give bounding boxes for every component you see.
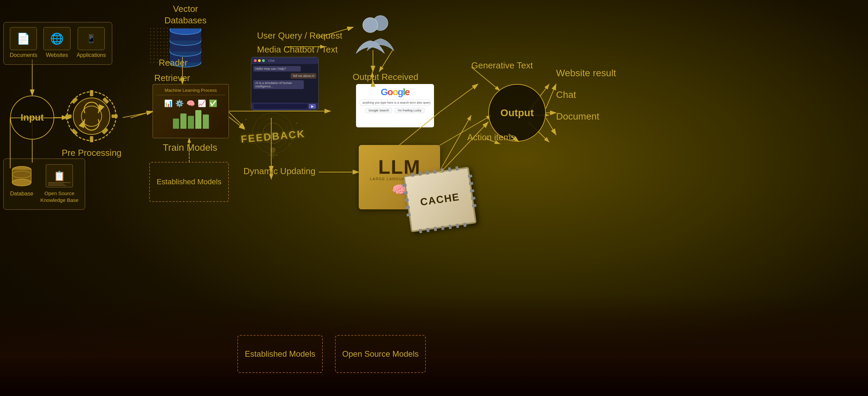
ml-icon-learning: 🧠 — [186, 99, 195, 107]
knowledge-base-source: 📋 Open SourceKnowledge Base — [40, 164, 79, 203]
svg-text:✦: ✦ — [244, 117, 248, 122]
svg-point-31 — [12, 179, 31, 186]
sources-box: 📄 Documents 🌐 Websites 📱 Applications — [3, 22, 112, 65]
feedback-node: ✦ ✦ ● ○ FEEDBACK — [241, 111, 305, 162]
google-search-button: Google Search — [366, 108, 392, 113]
knowledge-base-icon: 📋 — [54, 170, 65, 182]
applications-icon: 📱 — [86, 34, 96, 43]
bottom-established-label: Established Models — [245, 349, 315, 359]
database-icon — [10, 164, 34, 188]
user-query-label: User Query / Request — [257, 30, 342, 41]
train-models-text: Train Models — [163, 142, 217, 153]
chat-input-bar: ▶ — [251, 103, 318, 110]
ml-icon-algorithm: ⚙️ — [175, 99, 184, 107]
google-logo: Google — [381, 87, 409, 98]
input-node: Input — [10, 96, 54, 140]
retriever-label: Retriever — [154, 73, 190, 83]
user-icons — [353, 14, 397, 56]
documents-source: 📄 Documents — [10, 27, 37, 58]
preprocessing-node: Pre Processing — [62, 87, 121, 158]
input-label: Input — [21, 112, 44, 123]
train-models-label: Train Models — [163, 142, 217, 153]
svg-line-73 — [123, 112, 153, 118]
svg-line-83 — [546, 84, 556, 108]
generative-text-label: Generative Text — [471, 60, 533, 71]
bottom-opensource-box: Open Source Models — [335, 335, 426, 373]
svg-rect-39 — [112, 114, 118, 118]
websites-source: 🌐 Websites — [43, 27, 71, 58]
svg-line-85 — [546, 118, 556, 135]
generative-label: Generative Text — [471, 60, 533, 70]
chat-window-header: Chat — [251, 57, 318, 64]
gear-icon — [63, 87, 120, 145]
output-received-label: Output Received — [353, 72, 418, 82]
bottom-established-box: Established Models — [237, 335, 323, 373]
cache-chip: CACHE — [407, 171, 473, 228]
websites-icon: 🌐 — [50, 32, 64, 45]
knowledge-base-label: Open SourceKnowledge Base — [40, 190, 79, 203]
ml-icon-results: ✅ — [209, 99, 217, 107]
svg-text:✦: ✦ — [295, 121, 298, 126]
user-icon — [353, 14, 397, 54]
google-search-box: Google anything you type here is a searc… — [356, 84, 434, 127]
user-query-node: User Query / Request Media Chatbot / Tex… — [257, 30, 342, 55]
chat-bubble-3: AI is a simulation of human intelligence… — [253, 80, 304, 89]
document-icon: 📄 — [17, 32, 30, 45]
bottom-opensource-label: Open Source Models — [342, 349, 418, 359]
vector-db-label: Vector Databases — [164, 3, 206, 26]
output-label: Output — [500, 107, 534, 119]
svg-rect-38 — [65, 114, 72, 118]
websites-label: Websites — [46, 52, 68, 58]
preprocessing-label: Pre Processing — [62, 148, 121, 158]
svg-rect-37 — [90, 136, 93, 142]
applications-label: Applications — [77, 52, 106, 58]
action-items-label: Action items — [467, 132, 515, 143]
svg-text:●: ● — [288, 142, 290, 146]
established-models-mid-label: Established Models — [157, 178, 221, 186]
output-type-chat: Chat — [556, 89, 616, 100]
action-items-text: Action items — [467, 132, 515, 142]
svg-rect-36 — [90, 90, 93, 96]
cache-label: CACHE — [419, 191, 460, 208]
reader-label: Reader — [159, 58, 188, 68]
svg-point-56 — [363, 18, 378, 33]
retriever-label-node: Retriever — [154, 73, 190, 83]
svg-rect-40 — [71, 97, 78, 104]
dynamic-updating-node: Dynamic Updating — [243, 166, 315, 176]
database-source: Database — [10, 164, 34, 197]
output-types: Website result Chat Document — [556, 68, 616, 122]
reader-label-node: Reader — [159, 58, 188, 68]
database-label: Database — [10, 191, 34, 197]
ml-icon-model: 📈 — [198, 99, 206, 107]
svg-rect-42 — [71, 128, 78, 135]
chat-bubble-1: Hello! How can I help? — [253, 66, 301, 71]
output-received-node: Output Received — [353, 72, 418, 82]
media-chatbot-label: Media Chatbot / Text — [257, 44, 342, 55]
svg-point-44 — [73, 98, 110, 134]
output-type-website: Website result — [556, 68, 616, 79]
ml-icon-data: 📊 — [164, 99, 173, 107]
documents-label: Documents — [10, 52, 37, 58]
dynamic-updating-label: Dynamic Updating — [243, 166, 315, 176]
svg-line-17 — [439, 115, 471, 172]
ml-box: Machine Learning Process 📊 ⚙️ 🧠 📈 ✅ — [153, 84, 229, 138]
applications-source: 📱 Applications — [77, 27, 106, 58]
established-models-mid: Established Models — [149, 162, 229, 202]
svg-point-60 — [270, 147, 276, 153]
google-lucky-button: I'm Feeling Lucky — [395, 108, 425, 113]
svg-line-82 — [440, 84, 478, 112]
ml-title: Machine Learning Process — [156, 88, 225, 95]
google-search-bar: anything you type here is a search term … — [359, 100, 431, 106]
chat-bubble-2: Tell me about AI — [291, 73, 316, 79]
svg-line-80 — [440, 122, 488, 173]
svg-line-9 — [131, 111, 153, 118]
output-type-document: Document — [556, 111, 616, 122]
data-sources-box: Database 📋 Open SourceKnowledge Base — [3, 159, 85, 210]
chat-window: Chat Hello! How can I help? Tell me abou… — [251, 57, 319, 110]
